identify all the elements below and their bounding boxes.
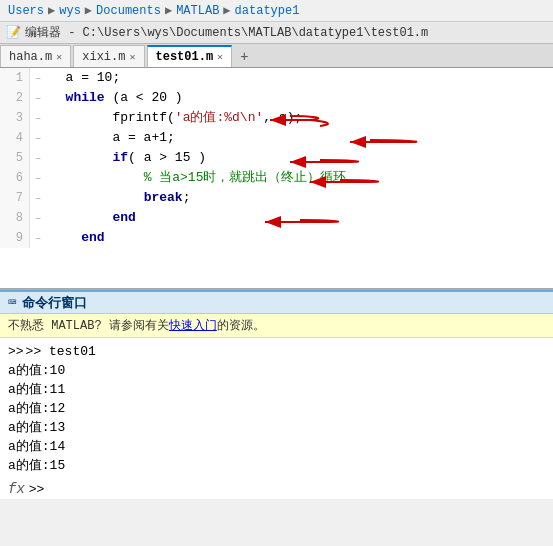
code-line-8: 8 – end bbox=[0, 208, 553, 228]
line-dash-8: – bbox=[30, 208, 46, 228]
editor-path: 编辑器 - C:\Users\wys\Documents\MATLAB\data… bbox=[25, 24, 428, 41]
cmd-input-area[interactable]: fx >> bbox=[0, 479, 553, 499]
code-line-3: 3 – fprintf('a的值:%d\n', a); bbox=[0, 108, 553, 128]
tab-test01[interactable]: test01.m ✕ bbox=[147, 45, 233, 67]
line-dash-3: – bbox=[30, 108, 46, 128]
breadcrumb: Users ▶ wys ▶ Documents ▶ MATLAB ▶ datat… bbox=[0, 0, 553, 22]
fx-icon: fx bbox=[8, 481, 25, 497]
editor-section: 📝 编辑器 - C:\Users\wys\Documents\MATLAB\da… bbox=[0, 22, 553, 290]
breadcrumb-documents[interactable]: Documents bbox=[96, 4, 161, 18]
cmd-body: >> >> test01 a的值:10 a的值:11 a的值:12 a的值:13… bbox=[0, 338, 553, 479]
code-line-6: 6 – % 当a>15时，就跳出（终止）循环 bbox=[0, 168, 553, 188]
tab-haha-close[interactable]: ✕ bbox=[56, 51, 62, 63]
cmd-output-line-6: a的值:15 bbox=[8, 456, 545, 475]
editor-toolbar: 📝 编辑器 - C:\Users\wys\Documents\MATLAB\da… bbox=[0, 22, 553, 44]
sep4: ▶ bbox=[223, 3, 230, 18]
editor-icon: 📝 bbox=[6, 25, 21, 40]
code-line-2: 2 – while (a < 20 ) bbox=[0, 88, 553, 108]
breadcrumb-matlab[interactable]: MATLAB bbox=[176, 4, 219, 18]
line-content-8: end bbox=[46, 208, 553, 228]
cmd-output-line-3: a的值:12 bbox=[8, 399, 545, 418]
code-line-9: 9 – end bbox=[0, 228, 553, 248]
line-num-1: 1 bbox=[0, 68, 30, 88]
cmd-notice-text: 不熟悉 MATLAB? 请参阅有关快速入门的资源。 bbox=[8, 319, 265, 333]
line-dash-7: – bbox=[30, 188, 46, 208]
tab-add-button[interactable]: + bbox=[234, 45, 254, 67]
tab-xixi-label: xixi.m bbox=[82, 50, 125, 64]
sep1: ▶ bbox=[48, 3, 55, 18]
cmd-header: ⌨ 命令行窗口 bbox=[0, 290, 553, 314]
line-num-3: 3 bbox=[0, 108, 30, 128]
line-content-5: if( a > 15 ) bbox=[46, 148, 553, 168]
tab-xixi[interactable]: xixi.m ✕ bbox=[73, 45, 144, 67]
code-line-1: 1 – a = 10; bbox=[0, 68, 553, 88]
tab-test01-close[interactable]: ✕ bbox=[217, 51, 223, 63]
cmd-output-line-5: a的值:14 bbox=[8, 437, 545, 456]
line-content-4: a = a+1; bbox=[46, 128, 553, 148]
line-content-6: % 当a>15时，就跳出（终止）循环 bbox=[46, 168, 553, 188]
sep3: ▶ bbox=[165, 3, 172, 18]
line-num-5: 5 bbox=[0, 148, 30, 168]
cmd-output-line-4: a的值:13 bbox=[8, 418, 545, 437]
line-content-3: fprintf('a的值:%d\n', a); bbox=[46, 108, 553, 128]
line-content-1: a = 10; bbox=[46, 68, 553, 88]
line-num-6: 6 bbox=[0, 168, 30, 188]
line-dash-5: – bbox=[30, 148, 46, 168]
cmd-prompt-run: >> >> test01 bbox=[8, 342, 545, 361]
line-num-7: 7 bbox=[0, 188, 30, 208]
cmd-notice-link[interactable]: 快速入门 bbox=[169, 319, 217, 333]
cmd-header-title: 命令行窗口 bbox=[22, 294, 87, 312]
cmd-cursor-prompt: >> bbox=[29, 482, 45, 497]
code-line-5: 5 – if( a > 15 ) bbox=[0, 148, 553, 168]
line-content-7: break; bbox=[46, 188, 553, 208]
breadcrumb-datatype1[interactable]: datatype1 bbox=[235, 4, 300, 18]
line-content-2: while (a < 20 ) bbox=[46, 88, 553, 108]
line-dash-6: – bbox=[30, 168, 46, 188]
cmd-header-icon: ⌨ bbox=[8, 294, 16, 311]
line-num-9: 9 bbox=[0, 228, 30, 248]
cmd-prompt-cmd: >> test01 bbox=[26, 342, 96, 361]
line-dash-1: – bbox=[30, 68, 46, 88]
tab-test01-label: test01.m bbox=[156, 50, 214, 64]
tab-haha[interactable]: haha.m ✕ bbox=[0, 45, 71, 67]
breadcrumb-users[interactable]: Users bbox=[8, 4, 44, 18]
code-line-7: 7 – break; bbox=[0, 188, 553, 208]
cmd-output-line-1: a的值:10 bbox=[8, 361, 545, 380]
line-content-9: end bbox=[46, 228, 553, 248]
line-dash-9: – bbox=[30, 228, 46, 248]
cmd-output-line-2: a的值:11 bbox=[8, 380, 545, 399]
line-num-2: 2 bbox=[0, 88, 30, 108]
code-area[interactable]: 1 – a = 10; 2 – while (a < 20 ) 3 – fpri… bbox=[0, 68, 553, 288]
tab-haha-label: haha.m bbox=[9, 50, 52, 64]
command-window: ⌨ 命令行窗口 不熟悉 MATLAB? 请参阅有关快速入门的资源。 >> >> … bbox=[0, 290, 553, 499]
code-line-4: 4 – a = a+1; bbox=[0, 128, 553, 148]
line-num-8: 8 bbox=[0, 208, 30, 228]
cmd-prompt-symbol: >> bbox=[8, 342, 24, 361]
breadcrumb-wys[interactable]: wys bbox=[59, 4, 81, 18]
line-num-4: 4 bbox=[0, 128, 30, 148]
tabs-bar: haha.m ✕ xixi.m ✕ test01.m ✕ + bbox=[0, 44, 553, 68]
line-dash-2: – bbox=[30, 88, 46, 108]
sep2: ▶ bbox=[85, 3, 92, 18]
line-dash-4: – bbox=[30, 128, 46, 148]
tab-xixi-close[interactable]: ✕ bbox=[129, 51, 135, 63]
cmd-notice: 不熟悉 MATLAB? 请参阅有关快速入门的资源。 bbox=[0, 314, 553, 338]
